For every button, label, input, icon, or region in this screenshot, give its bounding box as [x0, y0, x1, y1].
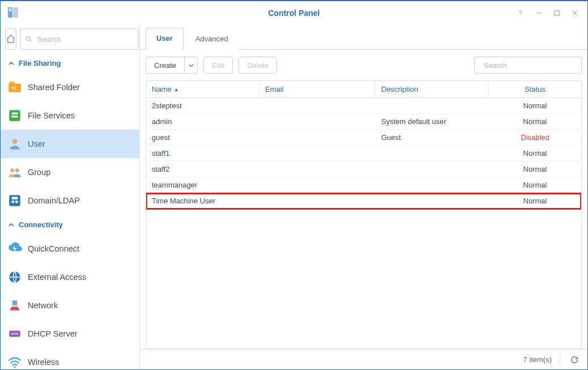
svg-point-4: [520, 15, 521, 16]
user-icon: [7, 137, 22, 151]
svg-rect-14: [12, 116, 18, 117]
toolbar-search[interactable]: [474, 57, 582, 74]
svg-rect-11: [8, 84, 21, 92]
sidebar-search-input[interactable]: [36, 35, 134, 44]
cell-status: Normal: [489, 165, 581, 173]
chevron-down-icon: [189, 63, 194, 68]
chevron-up-icon: [8, 222, 14, 228]
titlebar: Control Panel: [1, 1, 587, 25]
cell-name: Time Machine User: [146, 197, 259, 205]
sidebar-item-label: Shared Folder: [28, 83, 80, 92]
minimize-button[interactable]: [531, 5, 547, 21]
sidebar-item-shared-folder[interactable]: Shared Folder: [1, 73, 139, 101]
sidebar-item-dhcp-server[interactable]: DHCP Server: [1, 320, 139, 348]
search-icon: [25, 35, 33, 43]
section-header[interactable]: Connectivity: [1, 215, 139, 235]
create-dropdown[interactable]: [184, 57, 198, 74]
tabbar: User Advanced: [140, 25, 587, 50]
svg-rect-18: [9, 195, 20, 206]
svg-rect-13: [12, 113, 18, 114]
window-controls: [513, 1, 583, 25]
col-email[interactable]: Email: [259, 81, 376, 97]
window-title: Control Panel: [268, 8, 319, 18]
table-row[interactable]: 2steptestNormal: [146, 98, 581, 114]
sidebar-item-label: External Access: [28, 273, 86, 282]
svg-rect-6: [555, 11, 559, 15]
table-row[interactable]: adminSystem default userNormal: [146, 114, 581, 130]
cell-status: Normal: [489, 149, 581, 158]
col-description[interactable]: Description: [376, 81, 489, 97]
wireless-icon: [7, 355, 22, 369]
sidebar-item-quickconnect[interactable]: QuickConnect: [1, 235, 139, 263]
item-count: 7 item(s): [523, 355, 552, 364]
sidebar-item-label: File Services: [28, 111, 75, 120]
sidebar-search[interactable]: [20, 28, 139, 50]
maximize-button[interactable]: [549, 5, 565, 21]
sidebar-item-label: QuickConnect: [28, 244, 79, 253]
refresh-button[interactable]: [568, 354, 581, 366]
cell-description: Guest: [376, 133, 489, 142]
refresh-icon: [570, 355, 579, 364]
cell-name: staff1: [146, 149, 259, 158]
dhcp-server-icon: [7, 326, 22, 341]
sidebar-item-label: DHCP Server: [28, 329, 78, 338]
toolbar-search-input[interactable]: [483, 61, 580, 70]
help-button[interactable]: [513, 5, 529, 21]
cell-status: Normal: [489, 101, 581, 110]
svg-rect-2: [9, 8, 12, 10]
sidebar-item-label: User: [28, 139, 45, 148]
table-row[interactable]: Time Machine UserNormal: [146, 193, 581, 209]
cell-name: guest: [146, 133, 259, 142]
delete-button[interactable]: Delete: [238, 57, 277, 74]
cell-status: Normal: [489, 117, 581, 126]
cell-name: 2steptest: [146, 101, 259, 110]
cell-status: Normal: [489, 181, 581, 189]
svg-rect-1: [13, 7, 18, 18]
quickconnect-icon: [7, 241, 22, 256]
grid-footer: 7 item(s): [140, 349, 587, 369]
svg-line-10: [30, 40, 32, 42]
file-services-icon: [7, 108, 22, 123]
chevron-up-icon: [8, 61, 14, 66]
sidebar-item-file-services[interactable]: File Services: [1, 101, 139, 130]
sidebar-item-label: Wireless: [28, 358, 59, 367]
external-access-icon: [7, 270, 22, 284]
sidebar-item-domain-ldap[interactable]: Domain/LDAP: [1, 186, 139, 215]
table-row[interactable]: staff2Normal: [146, 161, 581, 177]
control-panel-icon: [6, 6, 20, 19]
svg-rect-21: [15, 201, 18, 203]
tab-advanced[interactable]: Advanced: [185, 28, 239, 50]
svg-rect-20: [12, 201, 14, 203]
sidebar-item-wireless[interactable]: Wireless: [1, 348, 139, 369]
shared-folder-icon: [7, 80, 22, 95]
sidebar-item-user[interactable]: User: [1, 130, 139, 158]
control-panel-window: Control Panel File SharingShared FolderF…: [0, 0, 588, 370]
group-icon: [7, 165, 22, 180]
cell-description: System default user: [376, 117, 489, 126]
svg-point-9: [26, 36, 30, 40]
table-row[interactable]: teammanagerNormal: [146, 177, 581, 193]
sidebar-item-label: Domain/LDAP: [28, 196, 80, 205]
svg-rect-19: [12, 197, 18, 199]
tab-user[interactable]: User: [146, 28, 184, 50]
section-header[interactable]: File Sharing: [1, 53, 139, 73]
sidebar-item-network[interactable]: Network: [1, 291, 139, 320]
col-status[interactable]: Status: [489, 81, 581, 97]
col-name[interactable]: Name▲: [146, 81, 259, 97]
cell-name: admin: [146, 117, 259, 126]
sort-asc-icon: ▲: [174, 87, 179, 92]
create-splitbutton: Create: [146, 57, 198, 74]
toolbar: Create Edit Delete: [140, 50, 587, 80]
table-row[interactable]: guestGuestDisabled: [146, 130, 581, 146]
home-button[interactable]: [5, 28, 16, 50]
sidebar-item-label: Network: [28, 301, 58, 310]
create-button[interactable]: Create: [146, 57, 184, 74]
sidebar-item-external-access[interactable]: External Access: [1, 263, 139, 291]
cell-status: Normal: [489, 197, 581, 205]
sidebar-item-group[interactable]: Group: [1, 158, 139, 186]
close-button[interactable]: [567, 5, 583, 21]
svg-point-17: [15, 168, 19, 172]
table-row[interactable]: staff1Normal: [146, 146, 581, 161]
edit-button[interactable]: Edit: [203, 57, 233, 74]
sidebar-item-label: Group: [28, 168, 50, 177]
